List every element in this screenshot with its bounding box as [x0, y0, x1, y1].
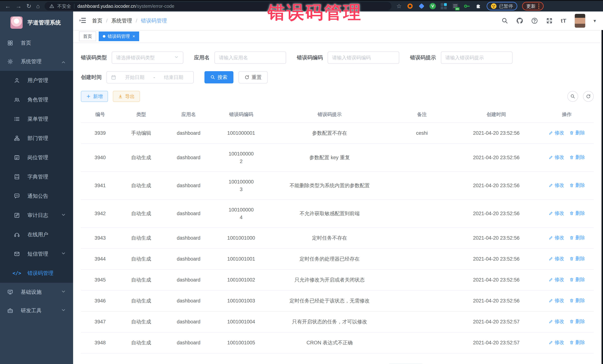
help-icon[interactable] [531, 17, 538, 24]
sidebar-item-audit-log[interactable]: 审计日志 [0, 206, 73, 225]
user-avatar[interactable] [575, 14, 585, 28]
sidebar-item-dictionary[interactable]: 字典管理 [0, 167, 73, 187]
browser-update-button[interactable]: 更新 [522, 2, 544, 10]
sidebar-logo-row[interactable]: 芋道管理系统 [0, 11, 73, 34]
table-row: 3941 自动生成 dashboard 100100000 3 不能删除类型为系… [81, 172, 594, 200]
error-code-input[interactable] [328, 52, 399, 64]
delete-link[interactable]: 删除 [569, 255, 585, 262]
start-date-placeholder[interactable]: 开始日期 [119, 74, 151, 81]
extensions-puzzle-icon[interactable] [475, 3, 482, 10]
toggle-search-button[interactable] [567, 91, 578, 102]
add-button[interactable]: 新增 [81, 91, 108, 102]
edit-link[interactable]: 修改 [549, 234, 564, 241]
cell-type: 自动生成 [119, 332, 163, 353]
browser-back-icon[interactable]: ← [5, 3, 11, 9]
address-bar[interactable]: 不安全 dashboard.yudao.iocoder.cn/system/er… [45, 2, 392, 10]
tag-label: 错误码管理 [108, 33, 130, 39]
trash-icon [569, 319, 574, 324]
edit-link[interactable]: 修改 [549, 318, 564, 325]
error-message-input[interactable] [441, 52, 512, 64]
cell-id: 3945 [81, 269, 119, 290]
sidebar-item-notices[interactable]: 通知公告 [0, 187, 73, 206]
error-type-select[interactable]: 请选择错误码类型 [112, 52, 183, 64]
extension-orange-icon[interactable] [406, 3, 414, 10]
browser-forward-icon[interactable]: → [16, 3, 22, 9]
delete-link[interactable]: 删除 [569, 210, 585, 217]
extensions-row: V on [406, 3, 482, 10]
delete-link[interactable]: 删除 [569, 297, 585, 304]
sidebar-collapse-icon[interactable] [73, 16, 92, 25]
edit-link[interactable]: 修改 [549, 182, 564, 189]
window-scrollbar[interactable] [602, 11, 603, 364]
browser-reload-icon[interactable]: ↻ [26, 3, 31, 9]
browser-menu-icon[interactable] [538, 3, 539, 9]
error-message-label: 错误码提示 [410, 54, 436, 61]
breadcrumb-home[interactable]: 首页 [92, 17, 103, 24]
refresh-table-button[interactable] [583, 91, 594, 102]
sidebar-item-label: 系统管理 [21, 58, 42, 65]
edit-link[interactable]: 修改 [549, 276, 564, 283]
delete-link[interactable]: 删除 [569, 276, 585, 283]
tag-error-code[interactable]: 错误码管理 × [99, 32, 139, 41]
sidebar-item-label: 用户管理 [27, 77, 48, 84]
profile-paused-badge[interactable]: 已暂停 [487, 2, 517, 10]
reset-button[interactable]: 重置 [239, 71, 267, 83]
sidebar-item-dev-tools[interactable]: 研发工具 [0, 301, 73, 320]
font-size-icon[interactable]: tT [561, 18, 567, 24]
close-icon[interactable]: × [132, 34, 135, 39]
edit-link[interactable]: 修改 [549, 339, 564, 346]
active-dot-icon [103, 35, 105, 38]
sidebar-item-departments[interactable]: 部门管理 [0, 129, 73, 148]
cell-type: 自动生成 [119, 290, 163, 311]
sidebar-item-label: 部门管理 [27, 135, 48, 142]
sidebar-item-error-code[interactable]: </> 错误码管理 [0, 264, 73, 283]
search-button[interactable]: 搜索 [204, 71, 233, 83]
sidebar-item-infrastructure[interactable]: 基础设施 [0, 283, 73, 301]
sidebar-item-positions[interactable]: 岗位管理 [0, 148, 73, 167]
edit-link[interactable]: 修改 [549, 129, 564, 136]
end-date-placeholder[interactable]: 结束日期 [158, 74, 189, 81]
delete-link[interactable]: 删除 [569, 154, 585, 161]
edit-link[interactable]: 修改 [549, 154, 564, 161]
extension-key-icon[interactable] [463, 3, 470, 10]
edit-link[interactable]: 修改 [549, 210, 564, 217]
search-icon[interactable] [501, 17, 508, 24]
fullscreen-icon[interactable] [546, 17, 553, 24]
bookmark-star-icon[interactable]: ☆ [396, 3, 402, 9]
error-code-label: 错误码编码 [297, 54, 323, 61]
export-button[interactable]: 导出 [113, 91, 140, 102]
pencil-icon [549, 131, 553, 135]
delete-link[interactable]: 删除 [569, 318, 585, 325]
edit-link[interactable]: 修改 [549, 297, 564, 304]
date-range-picker[interactable]: 开始日期 - 结束日期 [106, 71, 194, 83]
extension-v-icon[interactable]: V [429, 3, 436, 9]
sidebar-item-online-users[interactable]: 在线用户 [0, 225, 73, 244]
app-name-input[interactable] [214, 52, 286, 64]
github-icon[interactable] [516, 17, 523, 24]
breadcrumb-system[interactable]: 系统管理 [111, 17, 132, 24]
sidebar-item-sms[interactable]: 短信管理 [0, 244, 73, 264]
sidebar-item-roles[interactable]: 角色管理 [0, 90, 73, 109]
extension-grid-icon[interactable] [440, 3, 447, 10]
delete-link[interactable]: 删除 [569, 129, 585, 136]
cell-app: dashboard [163, 200, 214, 228]
sidebar-item-label: 错误码管理 [27, 270, 53, 277]
delete-link[interactable]: 删除 [569, 339, 585, 346]
cell-time: 2021-04-20 23:52:57 [453, 311, 540, 332]
sidebar-item-users[interactable]: 用户管理 [0, 71, 73, 90]
sidebar-item-menus[interactable]: 菜单管理 [0, 109, 73, 129]
edit-link[interactable]: 修改 [549, 255, 564, 262]
extension-gem-icon[interactable] [418, 3, 425, 10]
trash-icon [569, 155, 574, 160]
delete-link[interactable]: 删除 [569, 234, 585, 241]
cell-type: 自动生成 [119, 228, 163, 249]
tag-home[interactable]: 首页 [79, 32, 96, 41]
extension-on-badge-icon[interactable]: on [452, 3, 459, 10]
sidebar-item-system[interactable]: 系统管理 [0, 52, 73, 71]
caret-down-icon[interactable]: ▾ [593, 18, 596, 24]
sidebar-item-home[interactable]: 首页 [0, 34, 73, 52]
browser-home-icon[interactable]: ⌂ [36, 3, 40, 9]
delete-link[interactable]: 删除 [569, 182, 585, 189]
cell-code: 1001000001 [214, 123, 268, 144]
navbar-actions: tT ▾ [501, 14, 603, 28]
